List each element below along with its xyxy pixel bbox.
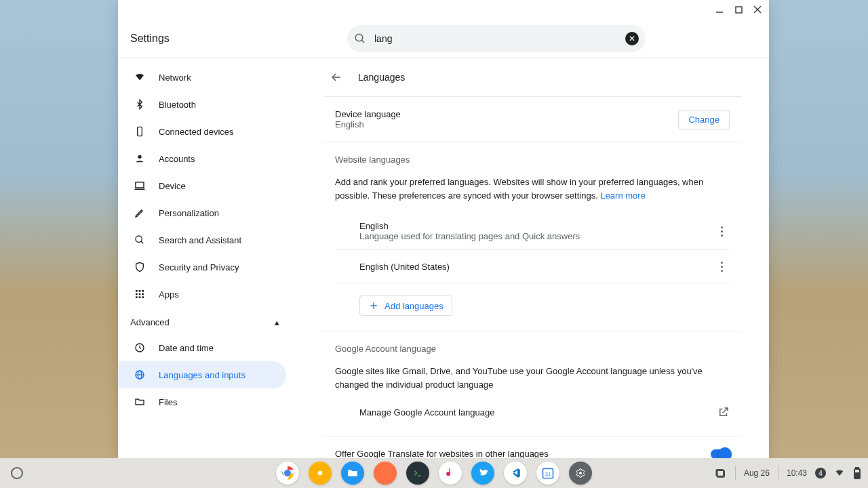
chrome-icon[interactable] xyxy=(276,462,299,485)
svg-rect-8 xyxy=(136,182,144,188)
language-subtitle: Language used for translating pages and … xyxy=(359,231,580,241)
plus-icon xyxy=(368,300,379,311)
tray-time: 10:43 xyxy=(787,468,807,478)
sidebar-item-personalization[interactable]: Personalization xyxy=(118,199,286,226)
window-titlebar xyxy=(118,0,769,19)
sidebar-item-device[interactable]: Device xyxy=(118,172,286,199)
svg-line-11 xyxy=(141,241,143,243)
open-external-icon[interactable] xyxy=(717,406,730,418)
canary-icon[interactable] xyxy=(309,462,332,485)
svg-point-33 xyxy=(579,472,582,474)
sidebar-item-accounts[interactable]: Accounts xyxy=(118,145,286,172)
sidebar-item-label: Connected devices xyxy=(159,127,234,137)
language-options-button[interactable] xyxy=(713,223,730,239)
twitter-icon[interactable] xyxy=(471,462,494,485)
svg-rect-37 xyxy=(856,468,859,469)
svg-rect-15 xyxy=(136,293,138,296)
svg-rect-38 xyxy=(856,473,859,478)
pencil-icon xyxy=(133,206,146,220)
device-language-value: English xyxy=(335,119,401,129)
search-input[interactable] xyxy=(374,33,625,44)
sidebar-item-label: Accounts xyxy=(159,154,195,164)
app-icon[interactable] xyxy=(374,462,397,485)
music-icon[interactable] xyxy=(439,462,462,485)
language-row: English Language used for translating pa… xyxy=(335,213,730,249)
search-box[interactable]: ✕ xyxy=(347,25,646,52)
launcher-button[interactable] xyxy=(7,467,23,479)
sidebar-item-label: Date and time xyxy=(159,343,214,353)
sidebar-item-label: Network xyxy=(159,73,191,83)
page-title: Languages xyxy=(358,72,405,83)
sidebar-item-label: Files xyxy=(159,397,177,407)
person-icon xyxy=(133,152,146,165)
tote-icon xyxy=(715,467,727,479)
minimize-button[interactable] xyxy=(715,5,724,14)
svg-point-7 xyxy=(138,155,141,159)
laptop-icon xyxy=(133,179,146,192)
sidebar-item-datetime[interactable]: Date and time xyxy=(118,334,286,361)
apps-icon xyxy=(133,287,146,301)
search-icon xyxy=(354,33,366,45)
sidebar-item-network[interactable]: Network xyxy=(118,64,286,91)
svg-text:31: 31 xyxy=(545,471,551,477)
advanced-label: Advanced xyxy=(130,317,170,327)
sidebar-item-security[interactable]: Security and Privacy xyxy=(118,253,286,281)
sidebar-item-label: Bluetooth xyxy=(159,100,196,110)
change-button[interactable]: Change xyxy=(678,110,730,129)
phone-icon xyxy=(133,125,146,138)
maximize-button[interactable] xyxy=(734,5,743,14)
sidebar-item-search[interactable]: Search and Assistant xyxy=(118,226,286,253)
language-name: English xyxy=(359,221,580,231)
notification-badge: 4 xyxy=(815,468,826,479)
shield-icon xyxy=(133,260,146,274)
website-languages-title: Website languages xyxy=(335,155,730,165)
taskbar-apps: 31 xyxy=(276,462,592,485)
close-button[interactable] xyxy=(753,5,762,14)
search-icon xyxy=(133,233,146,247)
language-options-button[interactable] xyxy=(713,258,730,274)
back-button[interactable] xyxy=(327,68,346,87)
tray-date: Aug 26 xyxy=(744,468,770,478)
language-row: English (United States) xyxy=(335,249,730,283)
google-language-desc: Google sites like Gmail, Drive, and YouT… xyxy=(335,365,730,391)
svg-line-5 xyxy=(361,40,364,43)
svg-point-10 xyxy=(136,236,142,242)
device-language-title: Device language xyxy=(335,109,401,119)
sidebar-item-connected[interactable]: Connected devices xyxy=(118,118,286,145)
settings-header: Settings ✕ xyxy=(118,19,769,58)
bluetooth-icon xyxy=(133,98,146,111)
taskbar: 31 Aug 26 10:43 4 xyxy=(0,458,868,488)
settings-title: Settings xyxy=(130,33,347,45)
vscode-icon[interactable] xyxy=(504,462,527,485)
battery-icon xyxy=(853,467,861,479)
svg-rect-17 xyxy=(142,293,144,296)
svg-point-4 xyxy=(355,34,363,41)
sidebar-item-label: Search and Assistant xyxy=(159,235,241,245)
sidebar-item-files[interactable]: Files xyxy=(118,388,286,415)
svg-rect-13 xyxy=(139,290,141,292)
terminal-icon[interactable] xyxy=(406,462,429,485)
settings-app-icon[interactable] xyxy=(569,462,592,485)
system-tray[interactable]: Aug 26 10:43 4 xyxy=(715,466,861,481)
sidebar-item-label: Apps xyxy=(159,289,179,300)
sidebar-item-languages[interactable]: Languages and inputs xyxy=(118,361,286,388)
settings-content: Languages Device language English Change… xyxy=(323,58,742,458)
add-languages-button[interactable]: Add languages xyxy=(359,296,452,316)
calendar-icon[interactable]: 31 xyxy=(536,462,559,485)
svg-rect-12 xyxy=(136,290,138,292)
learn-more-link[interactable]: Learn more xyxy=(600,190,645,201)
clear-search-button[interactable]: ✕ xyxy=(625,32,639,45)
sidebar-item-apps[interactable]: Apps xyxy=(118,281,286,308)
svg-rect-18 xyxy=(136,296,138,298)
language-name: English (United States) xyxy=(359,262,450,272)
svg-rect-20 xyxy=(142,296,144,298)
svg-rect-19 xyxy=(139,296,141,298)
sidebar-advanced-toggle[interactable]: Advanced ▴ xyxy=(118,308,296,334)
wifi-icon xyxy=(133,70,146,84)
svg-rect-14 xyxy=(142,290,144,292)
manage-google-language[interactable]: Manage Google Account language xyxy=(359,407,495,418)
sidebar-item-bluetooth[interactable]: Bluetooth xyxy=(118,91,286,118)
files-app-icon[interactable] xyxy=(341,462,364,485)
translate-toggle[interactable] xyxy=(711,449,730,459)
svg-rect-16 xyxy=(139,293,141,296)
